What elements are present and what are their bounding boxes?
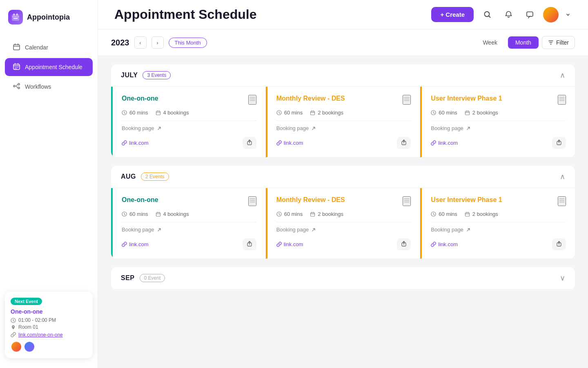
sidebar: Appointopia Calendar Appointment Schedul… bbox=[0, 0, 98, 368]
bookings-meta: 4 bookings bbox=[156, 211, 189, 217]
main-area: Appointment Schedule + Create 2023 ‹ › T… bbox=[98, 0, 588, 368]
card-footer: link.com bbox=[431, 137, 566, 149]
share-button[interactable] bbox=[552, 137, 566, 149]
card-settings-button[interactable] bbox=[248, 196, 256, 206]
card-settings-button[interactable] bbox=[558, 95, 566, 105]
card-link[interactable]: link.com bbox=[122, 241, 149, 247]
collapse-sep-button[interactable]: ∨ bbox=[560, 274, 565, 283]
card-settings-button[interactable] bbox=[248, 95, 256, 105]
svg-rect-14 bbox=[527, 12, 533, 16]
month-name-july: JULY bbox=[121, 72, 138, 79]
card-header: Monthly Review - DES bbox=[276, 196, 411, 206]
month-view-button[interactable]: Month bbox=[508, 36, 539, 49]
user-menu-button[interactable] bbox=[564, 7, 572, 22]
logo-area: Appointopia bbox=[0, 10, 98, 38]
user-avatar[interactable] bbox=[543, 7, 559, 22]
search-button[interactable] bbox=[479, 7, 495, 22]
month-header-july: JULY 3 Events ∧ bbox=[111, 64, 575, 87]
schedule-body: JULY 3 Events ∧ One-on-one bbox=[98, 56, 588, 298]
svg-rect-1 bbox=[13, 13, 15, 16]
card-header: User Interview Phase 1 bbox=[431, 95, 566, 105]
next-event-avatars bbox=[11, 341, 87, 352]
share-button[interactable] bbox=[243, 137, 256, 149]
card-title: Monthly Review - DES bbox=[276, 196, 345, 204]
card-link[interactable]: link.com bbox=[431, 140, 458, 146]
card-title: One-on-one bbox=[122, 196, 158, 204]
svg-rect-31 bbox=[465, 213, 469, 216]
booking-page-link[interactable]: Booking page bbox=[276, 227, 411, 233]
month-section-sep: SEP 0 Event ∨ bbox=[111, 267, 575, 289]
attendee-avatar-2 bbox=[24, 341, 35, 352]
this-month-button[interactable]: This Month bbox=[169, 38, 207, 48]
sidebar-item-calendar[interactable]: Calendar bbox=[5, 38, 93, 56]
share-button[interactable] bbox=[397, 238, 411, 250]
svg-point-4 bbox=[13, 18, 15, 19]
next-event-badge: Next Event bbox=[11, 298, 42, 305]
aug-cards-grid: One-on-one 60 mins bbox=[111, 188, 575, 259]
sidebar-appointment-label: Appointment Schedule bbox=[25, 64, 82, 70]
card-meta: 60 mins 2 bookings bbox=[431, 110, 566, 116]
sidebar-calendar-label: Calendar bbox=[25, 44, 48, 51]
content-area: 2023 ‹ › This Month Week Month Filter JU… bbox=[98, 29, 588, 368]
share-button[interactable] bbox=[552, 238, 566, 250]
booking-page-link[interactable]: Booking page bbox=[431, 125, 566, 131]
card-meta: 60 mins 2 bookings bbox=[276, 211, 411, 217]
bookings-meta: 2 bookings bbox=[465, 211, 498, 217]
bookings-meta: 2 bookings bbox=[310, 211, 343, 217]
svg-rect-0 bbox=[12, 14, 19, 21]
prev-month-button[interactable]: ‹ bbox=[134, 36, 147, 49]
duration-meta: 60 mins bbox=[276, 110, 303, 116]
card-aug-user-interview: User Interview Phase 1 60 mins bbox=[420, 188, 575, 259]
next-event-link[interactable]: link.com/one-on-one bbox=[18, 332, 63, 338]
card-meta: 60 mins 2 bookings bbox=[431, 211, 566, 217]
next-event-title[interactable]: One-on-one bbox=[11, 308, 87, 315]
card-header: One-on-one bbox=[122, 95, 256, 105]
notifications-button[interactable] bbox=[501, 7, 516, 22]
svg-point-5 bbox=[15, 18, 16, 19]
card-link[interactable]: link.com bbox=[276, 140, 303, 146]
card-settings-button[interactable] bbox=[403, 196, 411, 206]
duration-meta: 60 mins bbox=[122, 211, 148, 217]
svg-rect-19 bbox=[311, 111, 315, 115]
next-event-link-detail: link.com/one-on-one bbox=[11, 331, 87, 338]
booking-page-link[interactable]: Booking page bbox=[122, 125, 256, 131]
card-link[interactable]: link.com bbox=[276, 241, 303, 247]
collapse-aug-button[interactable]: ∧ bbox=[560, 172, 565, 181]
card-title: User Interview Phase 1 bbox=[431, 95, 502, 102]
booking-page-link[interactable]: Booking page bbox=[276, 125, 411, 131]
card-settings-button[interactable] bbox=[558, 196, 566, 206]
calendar-icon bbox=[13, 43, 20, 52]
card-title: One-on-one bbox=[122, 95, 158, 102]
bookings-meta: 4 bookings bbox=[156, 110, 189, 116]
events-badge-july: 3 Events bbox=[143, 71, 171, 79]
next-month-button[interactable]: › bbox=[151, 36, 164, 49]
schedule-header: 2023 ‹ › This Month Week Month Filter bbox=[98, 29, 588, 56]
svg-point-11 bbox=[18, 87, 20, 89]
week-view-button[interactable]: Week bbox=[475, 36, 505, 49]
topbar-actions: + Create bbox=[431, 7, 572, 22]
svg-rect-3 bbox=[12, 16, 19, 17]
card-jul-monthly-review: Monthly Review - DES 60 mins bbox=[266, 87, 421, 157]
booking-page-link[interactable]: Booking page bbox=[431, 227, 566, 233]
bookings-meta: 2 bookings bbox=[465, 110, 498, 116]
card-meta: 60 mins 4 bookings bbox=[122, 110, 256, 116]
card-link[interactable]: link.com bbox=[122, 140, 149, 146]
filter-button[interactable]: Filter bbox=[542, 36, 575, 49]
collapse-july-button[interactable]: ∧ bbox=[560, 71, 565, 80]
card-link[interactable]: link.com bbox=[431, 241, 458, 247]
card-settings-button[interactable] bbox=[403, 95, 411, 105]
card-aug-one-on-one: One-on-one 60 mins bbox=[111, 188, 266, 259]
july-cards-grid: One-on-one 60 mins bbox=[111, 87, 575, 157]
booking-page-link[interactable]: Booking page bbox=[122, 227, 256, 233]
svg-point-10 bbox=[18, 83, 20, 85]
sidebar-item-appointment-schedule[interactable]: Appointment Schedule bbox=[5, 58, 93, 76]
sidebar-item-workflows[interactable]: Workflows bbox=[5, 78, 93, 96]
messages-button[interactable] bbox=[522, 7, 537, 22]
attendee-avatar-1 bbox=[11, 341, 22, 352]
month-header-left-aug: AUG 2 Events bbox=[121, 173, 169, 181]
share-button[interactable] bbox=[243, 238, 256, 250]
card-meta: 60 mins 2 bookings bbox=[276, 110, 411, 116]
create-button[interactable]: + Create bbox=[431, 7, 474, 22]
share-button[interactable] bbox=[397, 137, 411, 149]
card-title: User Interview Phase 1 bbox=[431, 196, 502, 204]
